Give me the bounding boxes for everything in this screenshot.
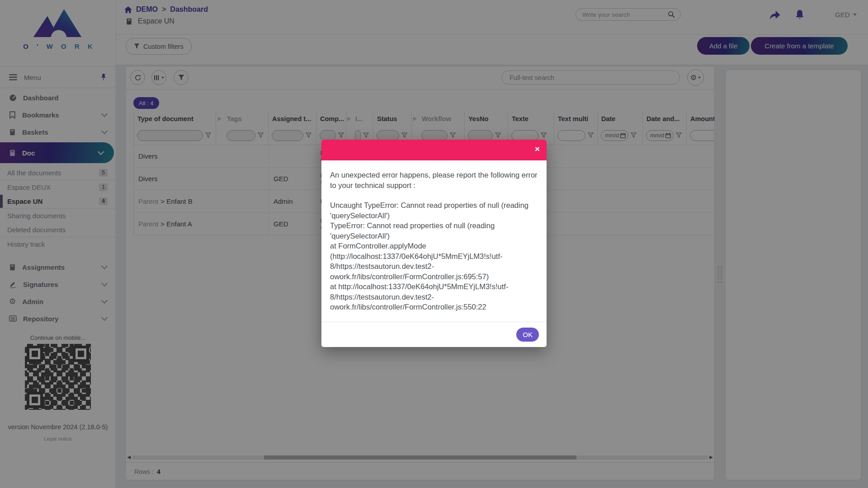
error-dialog-header: × — [321, 140, 547, 160]
error-line: Uncaught TypeError: Cannot read properti… — [330, 200, 538, 221]
error-dialog-footer: OK — [321, 322, 547, 347]
error-intro-text: An unexpected error happens, please repo… — [330, 170, 538, 190]
error-dialog-body: An unexpected error happens, please repo… — [321, 160, 547, 316]
error-line: at http://localhost:1337/0eK64ohjU*5MmEY… — [330, 282, 538, 312]
close-icon[interactable]: × — [535, 145, 540, 153]
error-dialog: × An unexpected error happens, please re… — [321, 140, 547, 347]
error-line: TypeError: Cannot read properties of nul… — [330, 221, 538, 241]
app-root: O ' W O R K Menu Dashboard — [0, 0, 868, 488]
error-line: at FormController.applyMode (http://loca… — [330, 241, 538, 282]
ok-button[interactable]: OK — [516, 328, 539, 342]
